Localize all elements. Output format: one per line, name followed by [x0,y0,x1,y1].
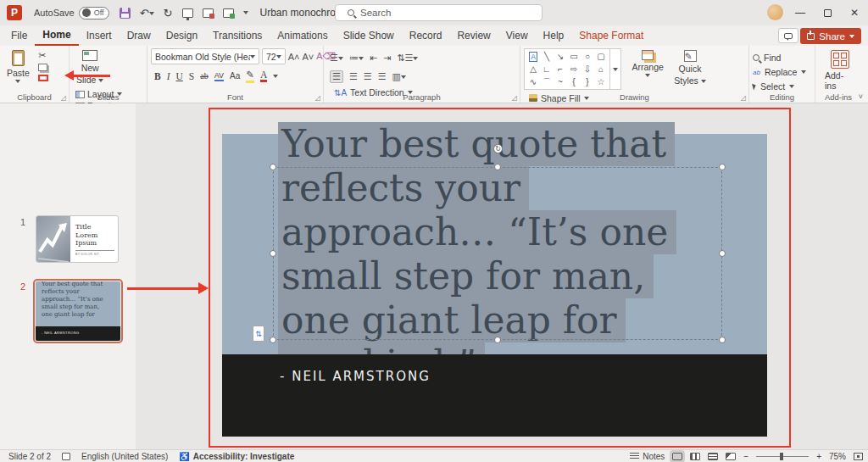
normal-view-button[interactable] [672,453,682,460]
search-input[interactable]: Search [335,4,542,21]
present-online-icon[interactable] [223,8,234,18]
start-slideshow-icon[interactable] [182,8,193,18]
align-center-button[interactable]: ☰ [349,71,358,82]
tab-review[interactable]: Review [449,26,498,45]
slide-2-thumbnail-selected[interactable]: Your best quote that reflects your appro… [33,279,123,343]
tab-record[interactable]: Record [402,26,450,45]
font-dialog-launcher[interactable]: ◿ [315,94,320,102]
share-button[interactable]: Share [800,28,861,44]
new-slide-button[interactable]: New Slide [73,48,107,86]
italic-button[interactable]: I [167,71,170,81]
change-case-button[interactable]: Aa [230,71,240,81]
tab-file[interactable]: File [3,26,35,45]
notes-button[interactable]: Notes [630,452,665,461]
numbering-button[interactable]: ≔ [349,53,364,64]
shape-oval[interactable]: ○ [585,52,590,61]
reading-view-button[interactable] [708,453,718,460]
copy-button[interactable] [38,64,47,71]
tab-home[interactable]: Home [35,25,78,46]
fit-slide-to-window-button[interactable] [854,453,863,460]
font-name-combobox[interactable]: Bookman Old Style (Headin [151,48,259,64]
zoom-level[interactable]: 75% [829,452,846,461]
addins-button[interactable]: Add-ins [821,48,858,92]
ink-replay-icon[interactable] [203,8,214,18]
shape-textbox[interactable]: A [529,52,538,62]
redo-button[interactable]: ↻ [164,7,173,19]
arrange-button[interactable]: Arrange [628,48,666,79]
shape-star[interactable]: ☆ [598,77,605,86]
tab-animations[interactable]: Animations [270,26,335,45]
font-size-combobox[interactable]: 72 [262,48,286,64]
bold-button[interactable]: B [154,71,161,81]
drawing-dialog-launcher[interactable]: ◿ [741,94,746,102]
text-highlight-color-button[interactable]: ✎ [246,69,254,83]
shape-right-brace[interactable]: } [586,77,588,86]
align-right-button[interactable]: ☰ [364,71,372,82]
decrease-font-size-button[interactable]: A˅ [302,52,314,62]
shape-elbow-arrow[interactable]: ⌐ [558,64,563,74]
tab-shape-format[interactable]: Shape Format [571,26,651,45]
underline-button[interactable]: U [176,71,183,81]
increase-font-size-button[interactable]: A˄ [288,52,300,62]
shape-scribble[interactable]: ∿ [530,77,537,86]
shape-line[interactable]: ╲ [544,52,549,61]
save-icon[interactable] [120,8,131,19]
zoom-slider-thumb[interactable] [780,453,783,460]
shape-left-brace[interactable]: { [572,77,575,86]
shape-down-arrow[interactable]: ⇩ [584,64,591,74]
tab-view[interactable]: View [498,26,536,45]
shape-rectangle[interactable]: ▭ [570,52,577,61]
shape-callout[interactable]: ⌂ [598,64,604,74]
qat-customize-chevron-icon[interactable] [243,11,248,14]
font-color-button[interactable]: A [260,70,267,82]
autosave-control[interactable]: AutoSave Off [34,7,109,19]
replace-button[interactable]: abReplace [753,66,806,78]
collapse-ribbon-chevron-icon[interactable]: ˅ [859,92,863,101]
justify-button[interactable]: ☰ [378,71,387,82]
close-button[interactable]: ✕ [841,0,868,25]
character-spacing-button[interactable]: AV [214,71,224,81]
increase-indent-button[interactable]: ⇥ [383,53,391,64]
slide-1-thumbnail[interactable]: Title Lorem Ipsum BY DOLOR SIT [36,215,119,263]
line-spacing-button[interactable]: ⇅☰ [397,53,418,64]
text-shadow-button[interactable]: S [189,71,194,81]
columns-button[interactable]: ▥ [392,71,406,82]
autosave-toggle[interactable]: Off [79,7,109,19]
shape-right-arrow[interactable]: ⇨ [570,64,577,74]
zoom-out-button[interactable]: − [743,452,748,461]
accessibility-status[interactable]: ♿ Accessibility: Investigate [179,452,294,461]
minimize-button[interactable]: — [787,0,814,25]
cut-button[interactable]: ✂ [38,50,48,61]
shape-gallery-more-button[interactable] [610,48,621,90]
user-avatar[interactable] [767,4,783,20]
clipboard-dialog-launcher[interactable]: ◿ [61,94,66,102]
shape-elbow[interactable]: ∟ [542,64,551,74]
decrease-indent-button[interactable]: ⇤ [370,53,377,64]
shape-curve[interactable]: ~ [558,77,563,86]
paste-button[interactable]: Paste [3,48,33,85]
shape-arrow[interactable]: ↘ [557,52,564,61]
bullets-button[interactable]: ☰ [330,53,343,64]
display-settings-icon[interactable] [62,453,70,460]
quick-styles-button[interactable]: ✎ Quick Styles [670,48,709,87]
find-button[interactable]: Find [753,52,806,64]
tab-transitions[interactable]: Transitions [205,26,270,45]
comments-button[interactable] [778,28,798,43]
powerpoint-logo[interactable]: P [7,5,22,20]
shape-gallery[interactable]: A ╲ ↘ ▭ ○ ▢ △ ∟ ⌐ ⇨ ⇩ ⌂ ∿ ⌒ ~ { } ☆ [524,48,610,90]
strikethrough-button[interactable]: ab [200,71,208,81]
paragraph-dialog-launcher[interactable]: ◿ [512,94,517,102]
slide-sorter-view-button[interactable] [690,453,700,460]
slide-indicator[interactable]: Slide 2 of 2 [8,452,51,461]
shape-arc[interactable]: ⌒ [542,76,551,88]
select-button[interactable]: Select [753,81,806,92]
tab-design[interactable]: Design [159,26,205,45]
shape-rounded-rectangle[interactable]: ▢ [597,52,604,61]
tab-help[interactable]: Help [536,26,572,45]
align-left-button[interactable]: ☰ [330,70,343,83]
undo-button[interactable]: ↶ [140,7,154,19]
maximize-button[interactable] [814,0,841,25]
tab-draw[interactable]: Draw [120,26,159,45]
tab-slide-show[interactable]: Slide Show [336,26,402,45]
slide-show-button[interactable] [726,453,736,460]
